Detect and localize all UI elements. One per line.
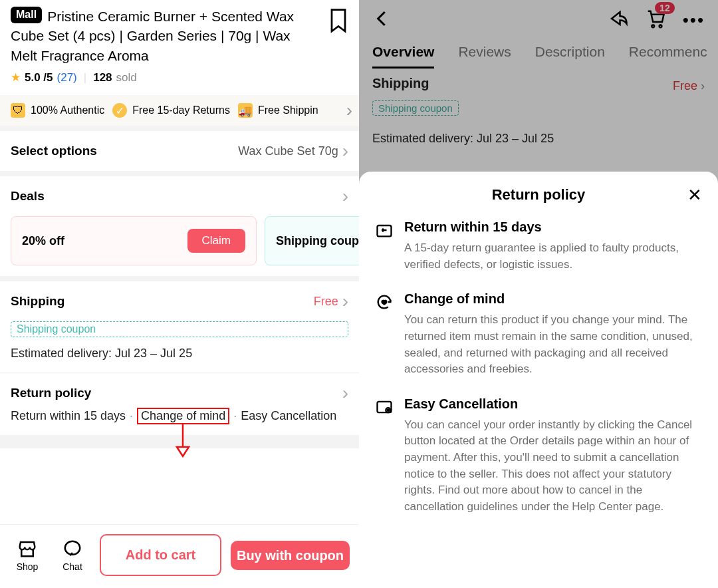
badge-shipping-label: Free Shippin	[258, 104, 318, 116]
policy-item-return-15: Return within 15 days A 15-day return gu…	[375, 220, 702, 273]
return-policy-items: Return within 15 days · Change of mind ·…	[0, 408, 359, 435]
product-title-text: Pristine Ceramic Burner + Scented Wax Cu…	[11, 9, 294, 63]
badge-free-shipping: 🚚 Free Shippin	[238, 103, 318, 118]
dot-separator: ·	[233, 409, 237, 423]
deal-shipping-label: Shipping coup	[276, 234, 359, 248]
svg-rect-4	[378, 225, 392, 236]
buy-with-coupon-button[interactable]: Buy with coupon	[231, 541, 350, 570]
claim-button[interactable]: Claim	[187, 229, 245, 253]
close-icon[interactable]: ✕	[687, 186, 702, 204]
shipping-free-value: Free ›	[314, 292, 348, 311]
return-item-change-of-mind: Change of mind	[137, 408, 229, 424]
select-options-row[interactable]: Select options Wax Cube Set 70g ›	[0, 131, 359, 171]
svg-point-1	[65, 541, 80, 554]
return-policy-label: Return policy	[11, 386, 91, 400]
shop-label: Shop	[17, 561, 39, 572]
select-options-value: Wax Cube Set 70g ›	[238, 142, 348, 160]
refresh-heart-icon	[375, 293, 394, 311]
badge-authentic: 🛡 100% Authentic	[11, 103, 104, 118]
rating-count[interactable]: (27)	[57, 71, 77, 84]
chevron-right-icon: ›	[342, 292, 348, 311]
separator: |	[84, 71, 86, 84]
product-header: MallPristine Ceramic Burner + Scented Wa…	[0, 0, 359, 88]
truck-icon: 🚚	[238, 103, 253, 118]
guarantee-badges-row[interactable]: 🛡 100% Authentic ✓ Free 15-day Returns 🚚…	[0, 95, 359, 126]
return-policy-sheet: Return policy ✕ Return within 15 days A …	[359, 172, 718, 588]
deal-card-shipping[interactable]: Shipping coup	[265, 216, 359, 265]
return-policy-sheet-pane: 12 ••• Overview Reviews Description Reco…	[359, 0, 718, 588]
deals-row[interactable]: Deals ›	[0, 176, 359, 216]
policy-body: You can cancel your order instantly by c…	[404, 417, 702, 515]
return-policy-row[interactable]: Return policy ›	[0, 373, 359, 408]
deals-cards: 20% off Claim Shipping coup	[0, 216, 359, 276]
shop-button[interactable]: Shop	[9, 539, 45, 572]
deal-card-discount[interactable]: 20% off Claim	[11, 216, 257, 265]
policy-title: Change of mind	[404, 291, 702, 307]
add-to-cart-button[interactable]: Add to cart	[100, 534, 221, 576]
product-title: MallPristine Ceramic Burner + Scented Wa…	[11, 7, 320, 65]
return-item-15days: Return within 15 days	[11, 409, 126, 423]
dot-separator: ·	[130, 409, 133, 423]
chat-label: Chat	[62, 561, 82, 572]
chevron-right-icon: ›	[342, 384, 348, 402]
chevron-right-icon: ›	[342, 187, 348, 206]
policy-title: Easy Cancellation	[404, 396, 702, 412]
chevron-right-icon: ›	[342, 142, 348, 160]
check-icon: ✓	[112, 103, 127, 118]
rating-row[interactable]: ★ 5.0 /5 (27) | 128 sold	[11, 71, 348, 84]
chevron-right-icon: ›	[346, 101, 352, 120]
deal-discount-label: 20% off	[22, 234, 64, 248]
shipping-coupon-chip[interactable]: Shipping coupon	[11, 321, 348, 337]
deals-label: Deals	[11, 189, 45, 204]
policy-item-change-of-mind: Change of mind You can return this produ…	[375, 291, 702, 378]
chat-button[interactable]: Chat	[55, 539, 90, 572]
product-detail-pane: MallPristine Ceramic Burner + Scented Wa…	[0, 0, 359, 588]
sold-count: 128	[93, 71, 112, 84]
estimated-delivery: Estimated delivery: Jul 23 – Jul 25	[0, 344, 359, 372]
policy-body: You can return this product if you chang…	[404, 312, 702, 378]
sheet-title: Return policy	[492, 186, 586, 204]
bottom-action-bar: Shop Chat Add to cart Buy with coupon	[0, 524, 359, 588]
badge-authentic-label: 100% Authentic	[31, 104, 104, 116]
divider	[0, 171, 359, 176]
shipping-row[interactable]: Shipping Free ›	[0, 281, 359, 321]
policy-title: Return within 15 days	[404, 220, 702, 235]
cancel-card-icon	[375, 398, 394, 416]
sold-label: sold	[116, 71, 137, 84]
badge-returns-label: Free 15-day Returns	[132, 104, 230, 116]
mall-badge: Mall	[11, 7, 42, 23]
divider	[0, 276, 359, 281]
divider	[0, 435, 359, 448]
box-return-icon	[375, 221, 394, 239]
select-options-label: Select options	[11, 144, 97, 158]
policy-item-easy-cancel: Easy Cancellation You can cancel your or…	[375, 396, 702, 515]
shield-icon: 🛡	[11, 103, 25, 118]
bookmark-icon[interactable]	[328, 8, 348, 33]
rating-score: 5.0 /5	[25, 71, 53, 84]
policy-body: A 15-day return guarantee is applied to …	[404, 240, 702, 273]
return-item-easy-cancel: Easy Cancellation	[241, 409, 336, 423]
divider	[0, 126, 359, 131]
badge-returns: ✓ Free 15-day Returns	[112, 103, 230, 118]
shipping-label: Shipping	[11, 294, 64, 309]
star-icon: ★	[11, 71, 21, 84]
